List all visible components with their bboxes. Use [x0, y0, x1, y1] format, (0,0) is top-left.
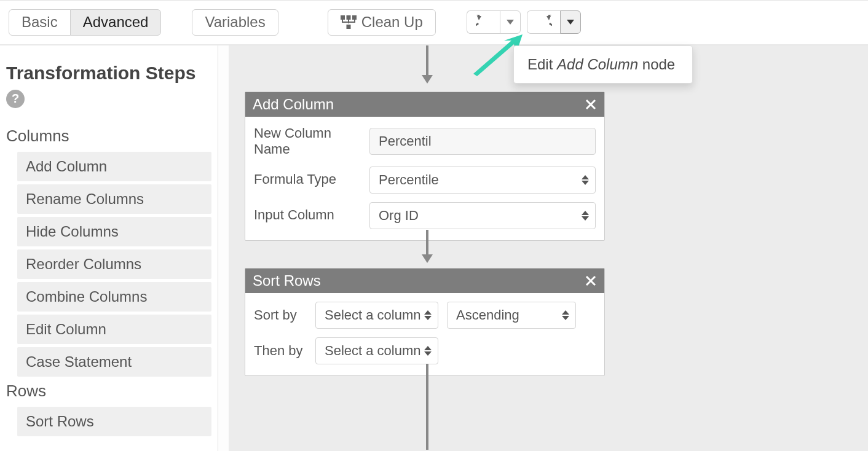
- mode-switch: Basic Advanced: [9, 9, 161, 36]
- sort-order-select[interactable]: Ascending: [447, 302, 576, 329]
- then-by-column-value: Select a column: [325, 343, 421, 358]
- undo-icon: [476, 15, 492, 29]
- tooltip-prefix: Edit: [527, 56, 557, 73]
- svg-rect-2: [352, 15, 357, 20]
- input-column-label: Input Column: [254, 207, 361, 223]
- help-icon[interactable]: ?: [6, 90, 25, 108]
- flow-arrow: [422, 230, 433, 263]
- formula-type-value: Percentile: [379, 172, 439, 187]
- then-by-label: Then by: [254, 343, 307, 359]
- add-column-node: Add Column New Column Name Formula Type …: [245, 92, 605, 241]
- sidebar: Transformation Steps ? Columns Add Colum…: [0, 45, 218, 451]
- sidebar-item-sort-rows[interactable]: Sort Rows: [17, 407, 211, 436]
- flow-arrow: [422, 45, 433, 84]
- chevron-down-icon: [567, 20, 574, 25]
- basic-tab[interactable]: Basic: [9, 9, 71, 36]
- main-area: Transformation Steps ? Columns Add Colum…: [0, 45, 868, 451]
- formula-type-label: Formula Type: [254, 171, 361, 187]
- top-toolbar: Basic Advanced Variables Clean Up: [0, 0, 868, 45]
- flow-arrow: [422, 364, 433, 450]
- add-column-node-title: Add Column: [253, 96, 334, 113]
- svg-rect-6: [342, 22, 355, 23]
- sort-by-column-value: Select a column: [325, 307, 421, 323]
- sidebar-title: Transformation Steps: [6, 63, 211, 84]
- sort-by-column-select[interactable]: Select a column: [315, 302, 438, 329]
- sort-rows-node-title: Sort Rows: [253, 272, 321, 289]
- redo-group: [527, 10, 581, 34]
- cleanup-label: Clean Up: [361, 14, 423, 31]
- svg-rect-7: [346, 25, 350, 29]
- sidebar-item-add-column[interactable]: Add Column: [17, 152, 211, 181]
- sidebar-item-hide-columns[interactable]: Hide Columns: [17, 217, 211, 246]
- undo-group: [467, 10, 521, 34]
- sidebar-item-rename-columns[interactable]: Rename Columns: [17, 184, 211, 214]
- advanced-tab[interactable]: Advanced: [70, 9, 162, 36]
- formula-type-select[interactable]: Percentile: [369, 167, 596, 194]
- chevron-down-icon: [507, 20, 514, 25]
- svg-rect-0: [341, 15, 345, 20]
- cleanup-button[interactable]: Clean Up: [328, 9, 436, 36]
- hierarchy-icon: [341, 15, 357, 29]
- sort-by-label: Sort by: [254, 307, 307, 323]
- redo-icon: [536, 15, 552, 29]
- undo-button[interactable]: [467, 10, 500, 34]
- input-column-value: Org ID: [379, 208, 419, 223]
- sidebar-item-case-statement[interactable]: Case Statement: [17, 347, 211, 377]
- add-column-node-header[interactable]: Add Column: [245, 92, 604, 117]
- variables-button[interactable]: Variables: [192, 9, 278, 36]
- select-caret-icon: [562, 310, 569, 320]
- undo-dropdown[interactable]: [500, 10, 521, 34]
- then-by-column-select[interactable]: Select a column: [315, 337, 438, 364]
- rows-heading: Rows: [6, 382, 211, 401]
- canvas: Add Column New Column Name Formula Type …: [218, 45, 868, 451]
- select-caret-icon: [424, 346, 432, 356]
- sort-rows-node-header[interactable]: Sort Rows: [245, 269, 604, 293]
- svg-rect-1: [346, 15, 350, 20]
- input-column-select[interactable]: Org ID: [369, 202, 596, 229]
- sidebar-item-edit-column[interactable]: Edit Column: [17, 315, 211, 344]
- redo-tooltip: Edit Add Column node: [513, 45, 693, 84]
- sort-order-value: Ascending: [456, 307, 519, 323]
- tooltip-suffix: node: [638, 56, 675, 73]
- redo-dropdown[interactable]: [560, 10, 581, 34]
- tooltip-em: Add Column: [557, 56, 638, 73]
- columns-heading: Columns: [6, 127, 211, 146]
- close-icon[interactable]: [585, 98, 597, 111]
- close-icon[interactable]: [585, 275, 597, 287]
- new-column-name-input[interactable]: [369, 128, 596, 155]
- sort-rows-node: Sort Rows Sort by Select a column Ascend…: [245, 268, 605, 376]
- new-column-name-label: New Column Name: [254, 125, 361, 158]
- sidebar-item-reorder-columns[interactable]: Reorder Columns: [17, 249, 211, 279]
- sidebar-item-combine-columns[interactable]: Combine Columns: [17, 282, 211, 312]
- redo-button[interactable]: [527, 10, 561, 34]
- select-caret-icon: [582, 175, 589, 185]
- select-caret-icon: [424, 310, 432, 320]
- select-caret-icon: [582, 211, 589, 221]
